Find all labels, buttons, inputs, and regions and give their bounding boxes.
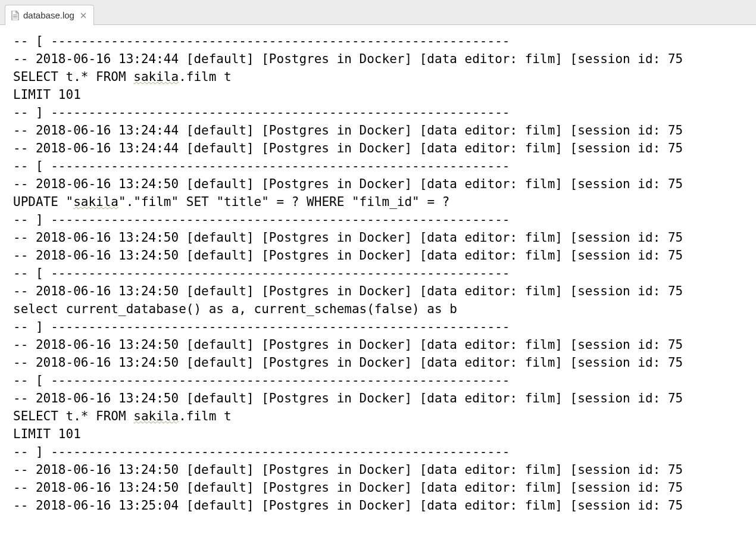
tab-database-log[interactable]: database.log <box>5 5 94 25</box>
log-line: -- [ -----------------------------------… <box>13 371 756 389</box>
log-line: -- ] -----------------------------------… <box>13 443 756 461</box>
log-line: -- 2018-06-16 13:24:44 [default] [Postgr… <box>13 50 756 68</box>
log-line: -- 2018-06-16 13:24:50 [default] [Postgr… <box>13 336 756 354</box>
log-line: -- 2018-06-16 13:24:50 [default] [Postgr… <box>13 282 756 300</box>
log-line: -- 2018-06-16 13:24:50 [default] [Postgr… <box>13 389 756 407</box>
log-line: SELECT t.* FROM sakila.film t <box>13 68 756 86</box>
log-line: -- [ -----------------------------------… <box>13 264 756 282</box>
log-line: -- [ -----------------------------------… <box>13 32 756 50</box>
log-line: -- 2018-06-16 13:24:50 [default] [Postgr… <box>13 246 756 264</box>
log-line: -- 2018-06-16 13:24:50 [default] [Postgr… <box>13 354 756 371</box>
log-line: -- 2018-06-16 13:24:50 [default] [Postgr… <box>13 479 756 497</box>
warning-underline: sakila <box>73 195 118 209</box>
warning-underline: sakila <box>133 70 179 84</box>
log-line: SELECT t.* FROM sakila.film t <box>13 407 756 425</box>
log-line: -- 2018-06-16 13:25:04 [default] [Postgr… <box>13 497 756 514</box>
log-line: -- 2018-06-16 13:24:50 [default] [Postgr… <box>13 461 756 479</box>
log-line: -- 2018-06-16 13:24:44 [default] [Postgr… <box>13 139 756 157</box>
log-editor[interactable]: -- [ -----------------------------------… <box>0 25 756 537</box>
log-line: select current_database() as a, current_… <box>13 300 756 318</box>
log-line: -- 2018-06-16 13:24:44 [default] [Postgr… <box>13 121 756 139</box>
log-line: -- 2018-06-16 13:24:50 [default] [Postgr… <box>13 229 756 246</box>
log-line: LIMIT 101 <box>13 425 756 443</box>
close-icon[interactable] <box>79 11 88 20</box>
warning-underline: sakila <box>133 409 179 423</box>
log-line: LIMIT 101 <box>13 86 756 104</box>
tab-label: database.log <box>23 10 74 20</box>
log-line: -- ] -----------------------------------… <box>13 318 756 336</box>
log-line: -- [ -----------------------------------… <box>13 157 756 175</box>
log-line: -- ] -----------------------------------… <box>13 211 756 229</box>
tab-bar: database.log <box>0 0 756 25</box>
log-line: -- 2018-06-16 13:24:50 [default] [Postgr… <box>13 175 756 193</box>
file-icon <box>10 11 20 20</box>
log-line: UPDATE "sakila"."film" SET "title" = ? W… <box>13 193 756 211</box>
log-line: -- ] -----------------------------------… <box>13 104 756 121</box>
